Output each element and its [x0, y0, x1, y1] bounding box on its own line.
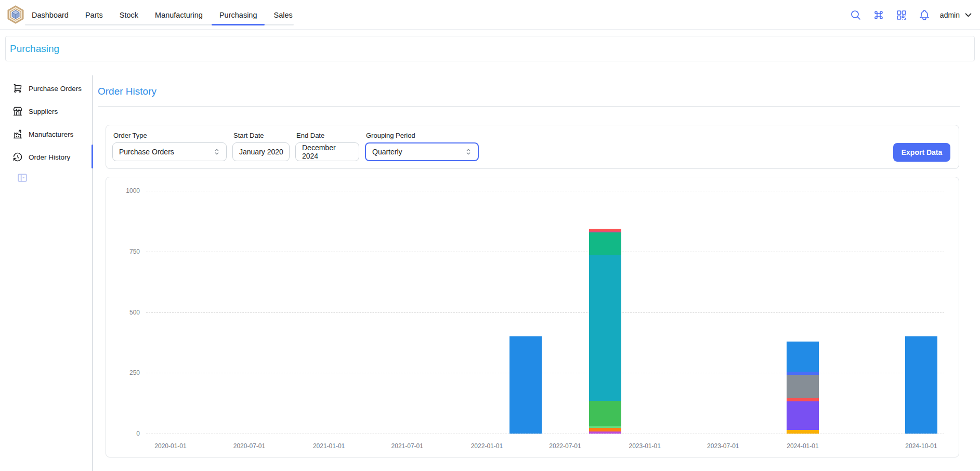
app-logo[interactable] — [6, 5, 25, 24]
sidebar-item-label: Manufacturers — [29, 130, 73, 138]
chevron-down-icon — [964, 10, 973, 19]
sidebar-item-label: Suppliers — [29, 108, 58, 115]
y-gridline — [146, 373, 944, 373]
history-icon — [12, 152, 23, 162]
sidebar-item-manufacturers[interactable]: Manufacturers — [5, 125, 92, 143]
bar-segment-blue[interactable] — [509, 336, 542, 434]
y-gridline — [146, 191, 944, 191]
x-axis-tick-label: 2020-07-01 — [226, 442, 272, 450]
bar-segment-teal[interactable] — [589, 232, 621, 255]
selector-updown-icon — [464, 148, 473, 156]
barcode-scan-button[interactable] — [894, 8, 909, 22]
bar-segment-red[interactable] — [787, 398, 819, 401]
sidebar-item-purchase-orders[interactable]: Purchase Orders — [5, 79, 92, 98]
page-title: Purchasing — [10, 43, 59, 55]
bar-segment-orange[interactable] — [589, 428, 621, 431]
notifications-button[interactable] — [917, 8, 932, 22]
x-axis-tick-label: 2023-07-01 — [700, 442, 747, 450]
tab-sales[interactable]: Sales — [272, 0, 294, 30]
order-type-value: Purchase Orders — [119, 148, 174, 156]
sidebar-item-suppliers[interactable]: Suppliers — [5, 102, 92, 121]
grouping-period-value: Quarterly — [372, 148, 402, 156]
start-date-field: Start Date January 2020 — [232, 132, 290, 161]
command-icon — [872, 9, 885, 21]
end-date-label: End Date — [296, 132, 359, 139]
tab-manufacturing[interactable]: Manufacturing — [153, 0, 204, 30]
section-heading: Order History — [98, 86, 156, 97]
search-button[interactable] — [848, 8, 863, 22]
bar-segment-grape[interactable] — [589, 431, 621, 434]
shopping-cart-icon — [12, 83, 23, 94]
bar-segment-cyan[interactable] — [589, 255, 621, 401]
order-type-field: Order Type Purchase Orders — [112, 132, 227, 161]
y-axis-tick-label: 500 — [109, 309, 140, 316]
grouping-period-label: Grouping Period — [366, 132, 479, 139]
order-history-chart: 025050075010002020-01-012020-07-012021-0… — [106, 177, 959, 457]
y-axis-tick-label: 0 — [109, 430, 140, 437]
bar-segment-red[interactable] — [589, 229, 621, 230]
navbar-actions: admin — [848, 0, 973, 30]
inventree-logo-icon — [6, 5, 25, 24]
end-date-input[interactable]: December 2024 — [295, 142, 359, 161]
selector-updown-icon — [213, 148, 221, 156]
order-type-select[interactable]: Purchase Orders — [112, 142, 227, 161]
sidebar-item-order-history[interactable]: Order History — [5, 148, 92, 166]
end-date-field: End Date December 2024 — [295, 132, 359, 161]
y-gridline — [146, 434, 944, 434]
bar-segment-gray[interactable] — [787, 375, 819, 398]
factory-icon — [12, 129, 23, 139]
x-axis-tick-label: 2020-01-01 — [147, 442, 194, 450]
order-type-label: Order Type — [113, 132, 227, 139]
bar-segment-indigo[interactable] — [787, 372, 819, 375]
x-axis-tick-label: 2024-10-01 — [898, 442, 945, 450]
x-axis-tick-label: 2022-07-01 — [542, 442, 589, 450]
bar-segment-blue[interactable] — [787, 342, 819, 372]
purchasing-sidebar: Purchase Orders Suppliers Manufacturers … — [5, 79, 92, 184]
bar-segment-pink[interactable] — [589, 231, 621, 232]
grouping-period-field: Grouping Period Quarterly — [365, 132, 479, 161]
y-axis-tick-label: 1000 — [109, 187, 140, 194]
tab-parts[interactable]: Parts — [84, 0, 104, 30]
page-title-card: Purchasing — [5, 36, 975, 61]
bar-segment-violet[interactable] — [787, 401, 819, 430]
tab-dashboard[interactable]: Dashboard — [30, 0, 70, 30]
command-palette-button[interactable] — [871, 8, 886, 22]
end-date-value: December 2024 — [302, 143, 354, 160]
export-data-button[interactable]: Export Data — [893, 143, 950, 162]
username-label: admin — [940, 11, 960, 19]
y-axis-tick-label: 250 — [109, 369, 140, 376]
store-icon — [12, 106, 23, 116]
x-axis-tick-label: 2023-01-01 — [621, 442, 668, 450]
bar-segment-blue[interactable] — [905, 336, 937, 434]
bar-segment-green[interactable] — [589, 401, 621, 426]
y-gridline — [146, 252, 944, 252]
start-date-input[interactable]: January 2020 — [232, 142, 290, 161]
filter-panel: Order Type Purchase Orders Start Date Ja… — [106, 125, 959, 169]
sidebar-item-label: Purchase Orders — [29, 85, 82, 93]
top-navbar: Dashboard Parts Stock Manufacturing Purc… — [0, 0, 980, 30]
sidebar-item-label: Order History — [29, 153, 70, 161]
bar-segment-light-green[interactable] — [589, 426, 621, 428]
tab-purchasing[interactable]: Purchasing — [218, 0, 259, 30]
bar-segment-yellow[interactable] — [787, 430, 819, 434]
sidebar-collapse-button[interactable] — [17, 172, 29, 184]
search-icon — [850, 9, 862, 21]
sidebar-active-indicator — [92, 145, 93, 168]
start-date-value: January 2020 — [239, 148, 283, 156]
x-axis-tick-label: 2022-01-01 — [463, 442, 510, 450]
x-axis-tick-label: 2021-01-01 — [306, 442, 352, 450]
grouping-period-select[interactable]: Quarterly — [365, 142, 479, 161]
sidebar-divider — [92, 75, 93, 471]
start-date-label: Start Date — [233, 132, 290, 139]
x-axis-tick-label: 2021-07-01 — [384, 442, 430, 450]
x-axis-tick-label: 2024-01-01 — [779, 442, 826, 450]
y-gridline — [146, 312, 944, 313]
bell-icon — [918, 9, 931, 21]
user-menu[interactable]: admin — [940, 10, 973, 19]
main-nav-tabs: Dashboard Parts Stock Manufacturing Purc… — [30, 0, 294, 30]
panel-collapse-icon — [17, 172, 28, 184]
y-axis-tick-label: 750 — [109, 248, 140, 255]
tab-stock[interactable]: Stock — [118, 0, 140, 30]
qrcode-icon — [895, 9, 908, 21]
section-divider — [98, 106, 960, 107]
